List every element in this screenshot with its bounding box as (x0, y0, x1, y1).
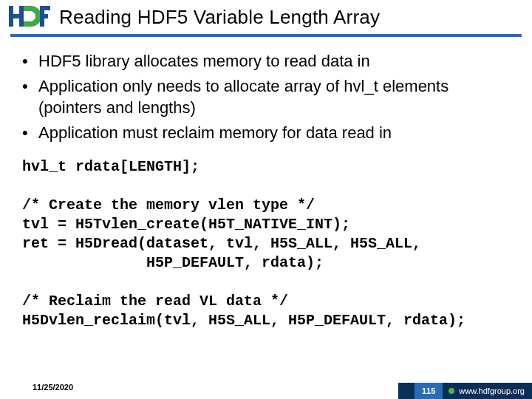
footer-right: 115 www.hdfgroup.org (398, 383, 532, 399)
footer-url-dot-icon (449, 388, 454, 394)
footer-page-number: 115 (415, 383, 443, 399)
body: HDF5 library allocates memory to read da… (0, 37, 532, 144)
code-block: hvl_t rdata[LENGTH]; /* Create the memor… (0, 147, 532, 330)
bullet-item: Application must reclaim memory for data… (22, 122, 510, 144)
bullet-list: HDF5 library allocates memory to read da… (22, 50, 510, 144)
footer-accent-block (398, 383, 415, 399)
bullet-item: Application only needs to allocate array… (22, 75, 510, 119)
footer-url-text: www.hdfgroup.org (459, 386, 525, 395)
svg-rect-5 (40, 14, 48, 18)
slide-title: Reading HDF5 Variable Length Array (59, 6, 380, 29)
footer-url: www.hdfgroup.org (443, 383, 532, 399)
svg-rect-2 (9, 14, 24, 18)
bullet-item: HDF5 library allocates memory to read da… (22, 50, 510, 72)
header: Reading HDF5 Variable Length Array (0, 0, 532, 30)
svg-rect-4 (40, 6, 50, 10)
footer: 11/25/2020 115 www.hdfgroup.org (0, 378, 532, 399)
slide: Reading HDF5 Variable Length Array HDF5 … (0, 0, 532, 399)
footer-date: 11/25/2020 (33, 383, 73, 392)
hdf-logo (9, 4, 50, 30)
